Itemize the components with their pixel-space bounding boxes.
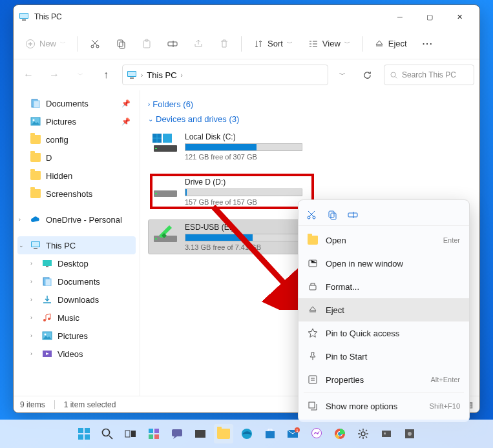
start-button[interactable] — [74, 424, 94, 443]
messenger-button[interactable] — [307, 424, 326, 443]
drive-esd-usb[interactable]: ESD-USB (E:) 3.13 GB free of 7.41 GB — [148, 219, 306, 254]
svg-rect-23 — [46, 266, 48, 267]
chat-button[interactable] — [167, 424, 187, 443]
refresh-button[interactable] — [357, 65, 377, 85]
svg-rect-53 — [85, 434, 90, 440]
drive-local-c[interactable]: Local Disk (C:) 121 GB free of 307 GB — [148, 129, 306, 164]
svg-point-42 — [313, 216, 315, 219]
chevron-right-icon[interactable]: › — [30, 332, 32, 339]
share-button[interactable] — [187, 33, 210, 55]
svg-rect-12 — [128, 72, 136, 76]
close-button[interactable]: ✕ — [445, 7, 474, 26]
settings-button[interactable] — [353, 424, 373, 443]
ctx-properties[interactable]: PropertiesAlt+Enter — [299, 368, 469, 391]
back-button[interactable]: ← — [19, 65, 38, 85]
chevron-right-icon[interactable]: › — [30, 260, 32, 267]
copy-button[interactable] — [109, 33, 132, 55]
address-dropdown[interactable]: ﹀ — [335, 65, 350, 85]
widgets-button[interactable] — [144, 424, 163, 443]
chevron-right-icon[interactable]: › — [30, 314, 32, 321]
sidebar-item-config[interactable]: config — [14, 130, 140, 148]
tb-app-2[interactable] — [377, 424, 396, 443]
cut-button[interactable] — [83, 33, 107, 55]
tb-app[interactable] — [191, 424, 210, 443]
search-box[interactable]: Search This PC — [384, 65, 474, 85]
minimize-button[interactable]: ─ — [385, 7, 415, 26]
ctx-pin-quick-access[interactable]: Pin to Quick access — [299, 321, 469, 345]
rename-button[interactable] — [161, 33, 184, 55]
drive-d[interactable]: Drive D (D:) 157 GB free of 157 GB — [148, 174, 306, 209]
refresh-icon — [362, 70, 372, 80]
chrome-button[interactable] — [330, 424, 350, 443]
svg-point-14 — [391, 72, 395, 77]
sidebar-item-hidden[interactable]: Hidden — [14, 167, 140, 185]
eject-button[interactable]: Eject — [368, 33, 414, 55]
chevron-right-icon[interactable]: › — [30, 351, 32, 357]
sidebar-item-screenshots[interactable]: Screenshots — [14, 185, 140, 203]
sidebar-item-downloads[interactable]: ›Downloads — [14, 290, 140, 309]
chevron-right-icon: › — [181, 72, 183, 79]
sidebar-item-desktop[interactable]: ›Desktop — [14, 254, 140, 272]
svg-rect-34 — [163, 134, 172, 143]
edge-button[interactable] — [237, 424, 257, 443]
sidebar-item-music[interactable]: ›Music — [14, 309, 140, 327]
sidebar-item-videos[interactable]: ›Videos — [14, 345, 140, 363]
store-button[interactable] — [260, 424, 280, 443]
chevron-down-icon[interactable]: ⌄ — [19, 242, 24, 249]
chevron-right-icon[interactable]: › — [30, 296, 32, 303]
up-button[interactable]: ↑ — [96, 65, 116, 85]
delete-button[interactable] — [213, 33, 236, 55]
mail-icon: 1 — [286, 427, 300, 440]
explorer-button[interactable] — [214, 424, 233, 443]
scissors-icon[interactable] — [306, 210, 317, 220]
folder-icon — [30, 153, 41, 162]
forward-button[interactable]: → — [45, 65, 64, 85]
sidebar-item-onedrive[interactable]: ›OneDrive - Personal — [14, 210, 140, 229]
ctx-eject[interactable]: Eject — [299, 298, 469, 321]
svg-point-26 — [43, 319, 46, 321]
ctx-format[interactable]: Format... — [299, 275, 469, 298]
svg-rect-20 — [32, 242, 39, 247]
chevron-right-icon: › — [141, 72, 143, 79]
sort-button[interactable]: Sort﹀ — [247, 33, 299, 55]
folders-section-header[interactable]: ›Folders (6) — [148, 99, 472, 109]
address-bar[interactable]: › This PC › — [122, 65, 328, 85]
chevron-right-icon[interactable]: › — [19, 216, 21, 223]
sidebar-item-pictures-tp[interactable]: ›Pictures — [14, 327, 140, 345]
tb-app-3[interactable] — [400, 424, 419, 443]
mail-button[interactable]: 1 — [284, 424, 303, 443]
copy-icon[interactable] — [327, 210, 337, 220]
breadcrumb[interactable]: This PC — [147, 70, 176, 80]
recent-button[interactable]: ﹀ — [70, 65, 90, 85]
svg-rect-45 — [348, 213, 357, 217]
task-view-button[interactable] — [121, 424, 140, 443]
svg-point-41 — [308, 216, 310, 219]
ctx-pin-start[interactable]: Pin to Start — [299, 345, 469, 368]
documents-icon — [30, 99, 41, 108]
new-button[interactable]: New ﹀ — [19, 33, 72, 55]
sidebar-item-this-pc[interactable]: ⌄This PC — [17, 236, 136, 254]
rename-icon[interactable] — [348, 210, 358, 220]
ctx-open[interactable]: OpenEnter — [299, 229, 469, 252]
sidebar-item-documents-tp[interactable]: ›Documents — [14, 272, 140, 290]
eject-icon — [308, 305, 318, 315]
maximize-button[interactable]: ▢ — [415, 7, 445, 26]
search-button[interactable] — [98, 424, 117, 443]
svg-rect-52 — [78, 434, 83, 440]
chevron-right-icon[interactable]: › — [30, 278, 32, 285]
ctx-show-more[interactable]: Show more optionsShift+F10 — [299, 394, 469, 418]
sidebar-item-pictures[interactable]: Pictures📌 — [14, 112, 140, 130]
more-button[interactable]: ··· — [416, 33, 440, 55]
sort-icon — [253, 39, 264, 49]
folder-icon — [30, 189, 41, 198]
svg-rect-21 — [34, 248, 37, 249]
sidebar-item-d[interactable]: D — [14, 148, 140, 167]
pictures-icon — [30, 117, 41, 126]
drives-section-header[interactable]: ⌄Devices and drives (3) — [148, 114, 472, 124]
paste-button[interactable] — [135, 33, 158, 55]
ctx-open-new-window[interactable]: Open in new window — [299, 252, 469, 275]
more-options-icon — [308, 401, 318, 411]
sidebar-item-documents[interactable]: Documents📌 — [14, 94, 140, 112]
svg-point-27 — [48, 318, 50, 320]
view-button[interactable]: View﹀ — [302, 33, 357, 55]
